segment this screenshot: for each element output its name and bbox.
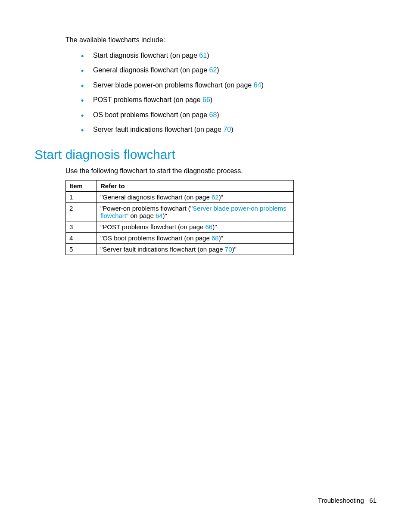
page-link[interactable]: 62 (209, 66, 217, 74)
list-item-suffix: ) (231, 126, 233, 133)
page-link[interactable]: 70 (225, 246, 232, 253)
table-cell-refer: "Server fault indications flowchart (on … (97, 244, 294, 255)
page-footer: Troubleshooting 61 (318, 497, 377, 504)
page-link[interactable]: 64 (156, 212, 163, 219)
page-link[interactable]: 68 (212, 234, 219, 242)
table-row: 3 "POST problems flowchart (on page 66)" (66, 221, 294, 233)
list-item: Server blade power-on problems flowchart… (81, 81, 377, 90)
list-item-suffix: ) (210, 96, 212, 103)
table-cell-item: 1 (66, 192, 97, 203)
list-item-suffix: ) (217, 111, 219, 118)
list-item-prefix: OS boot problems flowchart (on page (93, 111, 209, 118)
table-header-refer: Refer to (97, 180, 294, 192)
page-link[interactable]: 61 (199, 52, 207, 59)
list-item: POST problems flowchart (on page 66) (81, 95, 377, 105)
table-row: 5 "Server fault indications flowchart (o… (66, 244, 294, 255)
page-link[interactable]: 62 (212, 193, 219, 201)
footer-section: Troubleshooting (318, 497, 364, 504)
list-item-prefix: General diagnosis flowchart (on page (93, 66, 209, 74)
list-item-suffix: ) (217, 66, 219, 74)
flowchart-list: Start diagnosis flowchart (on page 61) G… (81, 51, 377, 134)
table-row: 2 "Power-on problems flowchart ("Server … (66, 203, 294, 221)
list-item-suffix: ) (261, 81, 263, 89)
footer-page-number: 61 (369, 497, 377, 504)
table-cell-refer: "Power-on problems flowchart ("Server bl… (97, 203, 294, 221)
table-body: 1 "General diagnosis flowchart (on page … (66, 192, 294, 255)
page-link[interactable]: 70 (223, 126, 231, 133)
list-item-prefix: Server blade power-on problems flowchart… (93, 81, 254, 89)
list-item-prefix: Server fault indications flowchart (on p… (93, 126, 223, 133)
table-cell-item: 2 (66, 203, 97, 221)
table-row: 4 "OS boot problems flowchart (on page 6… (66, 233, 294, 244)
page-link[interactable]: 64 (254, 81, 262, 89)
section-heading: Start diagnosis flowchart (34, 147, 377, 162)
table-cell-refer: "OS boot problems flowchart (on page 68)… (97, 233, 294, 244)
page-link[interactable]: 66 (206, 223, 213, 230)
list-item: OS boot problems flowchart (on page 68) (81, 110, 377, 120)
page-link[interactable]: 66 (202, 96, 210, 103)
list-item: Server fault indications flowchart (on p… (81, 125, 377, 134)
list-item: General diagnosis flowchart (on page 62) (81, 65, 377, 75)
reference-table: Item Refer to 1 "General diagnosis flowc… (65, 180, 294, 255)
table-header-item: Item (66, 180, 97, 192)
table-row: 1 "General diagnosis flowchart (on page … (66, 192, 294, 203)
section-subtext: Use the following flowchart to start the… (65, 167, 377, 175)
table-cell-refer: "POST problems flowchart (on page 66)" (97, 221, 294, 233)
table-cell-item: 4 (66, 233, 97, 244)
list-item-prefix: Start diagnosis flowchart (on page (93, 52, 199, 59)
list-item: Start diagnosis flowchart (on page 61) (81, 51, 377, 60)
table-cell-refer: "General diagnosis flowchart (on page 62… (97, 192, 294, 203)
table-cell-item: 3 (66, 221, 97, 233)
list-item-prefix: POST problems flowchart (on page (93, 96, 202, 103)
table-cell-item: 5 (66, 244, 97, 255)
intro-text: The available flowcharts include: (65, 36, 377, 44)
list-item-suffix: ) (207, 52, 209, 59)
page-link[interactable]: 68 (209, 111, 217, 118)
